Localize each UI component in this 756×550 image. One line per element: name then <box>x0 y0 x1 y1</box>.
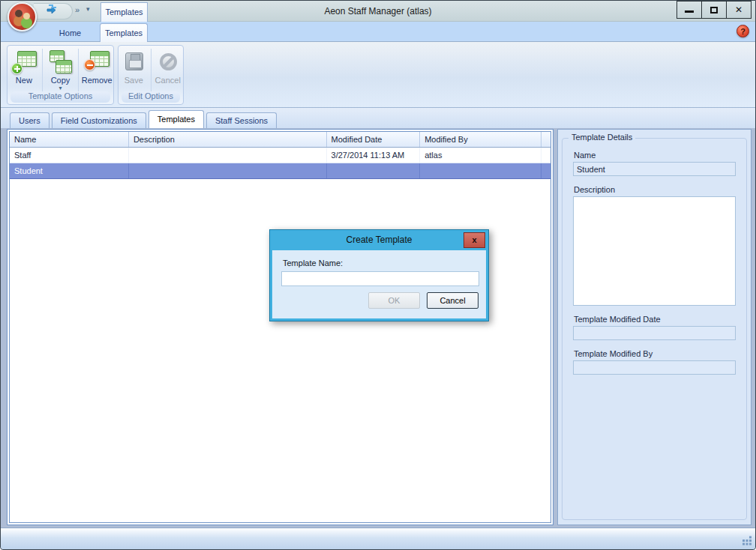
ribbon-tab-templates[interactable]: Templates <box>100 23 148 42</box>
template-modified-date-label: Template Modified Date <box>574 315 736 324</box>
table-row-student[interactable]: Student <box>10 163 550 179</box>
column-header-description[interactable]: Description <box>129 132 327 147</box>
tab-field-customizations[interactable]: Field Customizations <box>52 112 146 128</box>
app-logo-button[interactable] <box>8 2 37 31</box>
ribbon-tab-home[interactable]: Home <box>42 24 98 42</box>
template-details-groupbox: Template Details Name Description Templa… <box>562 138 747 520</box>
maximize-button[interactable] <box>701 1 727 19</box>
description-label: Description <box>574 185 736 194</box>
template-name-input[interactable] <box>281 271 479 286</box>
qat-overflow-icon[interactable]: » <box>75 5 80 14</box>
save-button[interactable]: Save <box>118 48 149 85</box>
column-header-name[interactable]: Name <box>10 132 129 147</box>
name-label: Name <box>574 151 736 160</box>
title-bar: Aeon Staff Manager (atlas) » ▾ Templates… <box>1 1 755 22</box>
new-template-button[interactable]: New <box>8 48 40 85</box>
group-separator <box>42 49 43 92</box>
dialog-close-button[interactable]: x <box>464 232 485 248</box>
dialog-ok-button[interactable]: OK <box>368 292 420 309</box>
template-details-panel: Template Details Name Description Templa… <box>557 129 752 525</box>
app-window: Aeon Staff Manager (atlas) » ▾ Templates… <box>0 0 756 550</box>
minimize-icon <box>685 10 694 13</box>
content-tab-strip: Users Field Customizations Templates Sta… <box>1 108 755 128</box>
ribbon-group-edit-options: Save Cancel Edit Options <box>118 45 184 105</box>
create-template-dialog: Create Template x Template Name: OK Canc… <box>269 229 489 321</box>
copy-template-icon <box>48 50 74 74</box>
tab-templates[interactable]: Templates <box>148 110 204 128</box>
close-button[interactable]: ✕ <box>726 1 752 19</box>
name-field[interactable] <box>573 162 736 176</box>
ribbon-tab-strip: Home Templates ? <box>1 22 755 42</box>
column-header-filler <box>542 132 550 147</box>
tab-users[interactable]: Users <box>10 112 50 128</box>
qat-dropdown-icon[interactable]: ▾ <box>86 5 90 13</box>
template-modified-by-label: Template Modified By <box>574 349 736 358</box>
table-row-staff[interactable]: Staff 3/27/2014 11:13 AM atlas <box>10 148 550 163</box>
cancel-edit-button[interactable]: Cancel <box>152 48 183 85</box>
dialog-cancel-button[interactable]: Cancel <box>427 292 478 309</box>
cancel-icon <box>155 50 181 74</box>
close-icon: ✕ <box>735 4 742 15</box>
templates-grid-panel: Name Description Modified Date Modified … <box>7 129 554 525</box>
save-icon <box>121 50 146 74</box>
group-separator <box>78 49 79 92</box>
dialog-title: Create Template <box>270 230 488 250</box>
dialog-close-icon: x <box>472 235 476 244</box>
minimize-button[interactable] <box>676 1 702 19</box>
remove-template-icon <box>84 50 110 74</box>
group-label-edit-options: Edit Options <box>122 91 180 103</box>
caption-tab-templates[interactable]: Templates <box>100 2 148 22</box>
copy-template-button[interactable]: Copy ▾ <box>44 48 77 91</box>
template-name-label: Template Name: <box>283 259 343 268</box>
column-header-modified-by[interactable]: Modified By <box>420 132 542 147</box>
client-area: Name Description Modified Date Modified … <box>1 128 755 528</box>
column-header-modified-date[interactable]: Modified Date <box>327 132 421 147</box>
remove-template-button[interactable]: Remove <box>80 48 113 85</box>
maximize-icon <box>710 7 718 13</box>
status-bar <box>1 528 755 549</box>
ribbon: New Copy ▾ Remove Templa <box>1 42 755 108</box>
group-label-template-options: Template Options <box>10 91 110 103</box>
template-details-title: Template Details <box>568 133 635 142</box>
copy-dropdown-icon[interactable]: ▾ <box>59 86 62 91</box>
switch-user-icon[interactable] <box>44 4 59 18</box>
description-field[interactable] <box>573 196 736 306</box>
group-separator <box>151 49 152 92</box>
template-modified-date-field[interactable] <box>573 326 736 340</box>
template-modified-by-field[interactable] <box>573 360 736 375</box>
tab-staff-sessions[interactable]: Staff Sessions <box>206 112 277 128</box>
ribbon-group-template-options: New Copy ▾ Remove Templa <box>7 45 114 105</box>
new-template-icon <box>11 50 37 74</box>
window-controls: ✕ <box>677 1 752 19</box>
resize-grip-icon[interactable] <box>742 537 752 546</box>
dialog-body: Template Name: OK Cancel <box>272 250 486 318</box>
help-button[interactable]: ? <box>736 25 749 37</box>
grid-header-row: Name Description Modified Date Modified … <box>10 132 550 148</box>
